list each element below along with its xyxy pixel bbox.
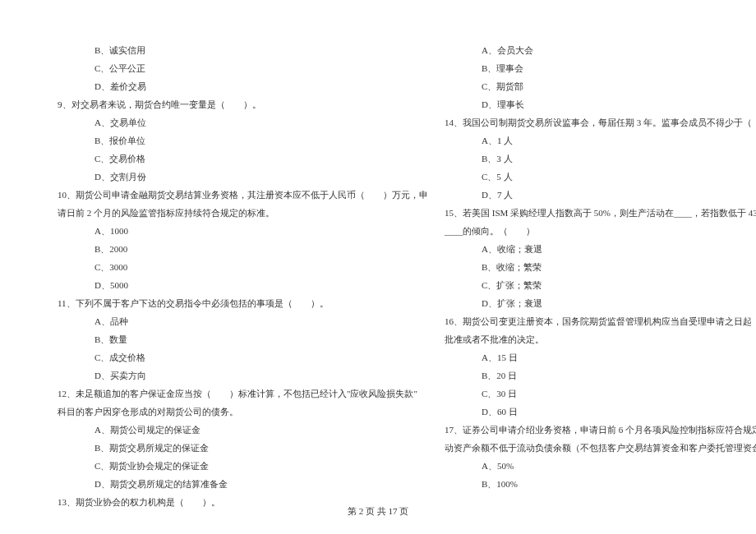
q17-option-a: A、50% [445,457,756,475]
q15-stem-line2: ____的倾向。（ ） [445,222,756,240]
q16-stem-line2: 批准或者不批准的决定。 [445,330,756,348]
q17-stem-line1: 17、证券公司申请介绍业务资格，申请日前 6 个月各项风险控制指标应符合规定标准… [445,421,756,439]
q10-option-b: B、2000 [58,240,428,258]
q9-option-b: B、报价单位 [58,131,428,150]
q15-option-d: D、扩张；衰退 [445,294,756,312]
q16-option-d: D、60 日 [445,403,756,421]
q8-option-d: D、差价交易 [58,77,428,95]
q9-option-d: D、交割月份 [58,168,428,186]
q14-option-d: D、7 人 [445,186,756,204]
q15-option-a: A、收缩；衰退 [445,240,756,258]
q11-option-b: B、数量 [58,330,428,348]
q17-stem-line2: 动资产余额不低于流动负债余额（不包括客户交易结算资金和客户委托管理资金）的（ ）… [445,439,756,457]
q10-option-c: C、3000 [58,258,428,276]
q9-stem: 9、对交易者来说，期货合约唯一变量是（ ）。 [58,95,428,113]
q14-option-c: C、5 人 [445,168,756,186]
q11-option-a: A、品种 [58,312,428,330]
right-column: A、会员大会 B、理事会 C、期货部 D、理事长 14、我国公司制期货交易所设监… [445,41,756,501]
q14-option-a: A、1 人 [445,131,756,150]
q13-option-b: B、理事会 [445,59,756,77]
q14-option-b: B、3 人 [445,150,756,168]
q10-stem-line1: 10、期货公司申请金融期货交易结算业务资格，其注册资本应不低于人民币（ ）万元，… [58,186,428,204]
q9-option-a: A、交易单位 [58,113,428,131]
page-footer: 第 2 页 共 17 页 [0,505,756,518]
q15-option-b: B、收缩；繁荣 [445,258,756,276]
q9-option-c: C、交易价格 [58,150,428,168]
q14-stem: 14、我国公司制期货交易所设监事会，每届任期 3 年。监事会成员不得少于（ ）。 [445,113,756,131]
q12-option-c: C、期货业协会规定的保证金 [58,457,428,475]
left-column: B、诚实信用 C、公平公正 D、差价交易 9、对交易者来说，期货合约唯一变量是（… [58,41,428,501]
q12-option-b: B、期货交易所规定的保证金 [58,439,428,457]
content-area: B、诚实信用 C、公平公正 D、差价交易 9、对交易者来说，期货合约唯一变量是（… [58,41,698,501]
q8-option-c: C、公平公正 [58,59,428,77]
q11-option-d: D、买卖方向 [58,366,428,384]
q13-option-a: A、会员大会 [445,41,756,59]
q16-option-c: C、30 日 [445,384,756,403]
q15-option-c: C、扩张；繁荣 [445,276,756,294]
q17-option-b: B、100% [445,475,756,493]
q10-stem-line2: 请日前 2 个月的风险监管指标应持续符合规定的标准。 [58,204,428,222]
q12-option-d: D、期货交易所规定的结算准备金 [58,475,428,493]
q11-stem: 11、下列不属于客户下达的交易指令中必须包括的事项是（ ）。 [58,294,428,312]
q10-option-a: A、1000 [58,222,428,240]
q12-stem-line1: 12、未足额追加的客户保证金应当按（ ）标准计算，不包括已经计入"应收风险损失款… [58,384,428,403]
q12-stem-line2: 科目的客户因穿仓形成的对期货公司的债务。 [58,403,428,421]
q12-option-a: A、期货公司规定的保证金 [58,421,428,439]
q13-option-d: D、理事长 [445,95,756,113]
q13-option-c: C、期货部 [445,77,756,95]
q15-stem-line1: 15、若美国 ISM 采购经理人指数高于 50%，则生产活动在____，若指数低… [445,204,756,222]
q16-option-b: B、20 日 [445,366,756,384]
q16-option-a: A、15 日 [445,348,756,366]
q10-option-d: D、5000 [58,276,428,294]
q8-option-b: B、诚实信用 [58,41,428,59]
q11-option-c: C、成交价格 [58,348,428,366]
q16-stem-line1: 16、期货公司变更注册资本，国务院期货监督管理机构应当自受理申请之日起（ ）内做… [445,312,756,330]
